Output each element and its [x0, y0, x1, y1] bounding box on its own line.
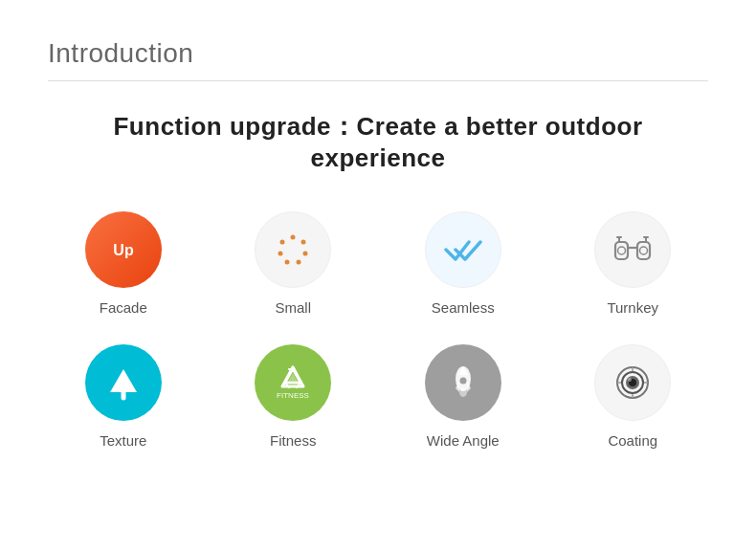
section-title: Introduction	[48, 38, 708, 69]
fitness-icon-circle: FITNESS	[255, 344, 331, 421]
small-icon-circle	[255, 211, 331, 288]
up-arrow-icon	[102, 362, 145, 404]
feature-turnkey: Turnkey	[558, 211, 709, 316]
turnkey-label: Turnkey	[607, 299, 658, 316]
svg-point-26	[459, 378, 466, 385]
svg-point-3	[303, 252, 308, 256]
svg-text:FITNESS: FITNESS	[277, 391, 309, 400]
feature-texture: Texture	[48, 344, 199, 449]
small-label: Small	[275, 299, 311, 316]
svg-point-2	[301, 240, 306, 245]
svg-point-12	[640, 247, 648, 254]
feature-small: Small	[218, 211, 369, 316]
svg-text:Up: Up	[113, 242, 134, 258]
svg-point-1	[291, 235, 296, 240]
seamless-label: Seamless	[432, 299, 495, 316]
svg-point-11	[618, 247, 626, 254]
feature-seamless: Seamless	[388, 211, 539, 316]
fitness-label: Fitness	[270, 432, 316, 449]
wideangle-icon-circle	[425, 344, 501, 421]
svg-point-4	[297, 260, 301, 265]
section-divider	[48, 80, 708, 81]
page-container: Introduction Function upgrade：Create a b…	[0, 0, 756, 487]
feature-facade: Up Facade	[48, 211, 199, 316]
wideangle-label: Wide Angle	[427, 432, 500, 449]
texture-icon-circle	[85, 344, 162, 421]
dots-circle-icon	[272, 229, 314, 271]
seamless-icon-circle	[425, 211, 501, 288]
rocket-icon	[442, 362, 484, 404]
features-grid: Up Facade Small	[48, 211, 708, 449]
up-icon: Up	[102, 229, 145, 271]
recycle-icon: FITNESS	[272, 362, 314, 404]
lens-icon	[611, 362, 654, 404]
facade-icon-circle: Up	[85, 211, 162, 288]
feature-wideangle: Wide Angle	[388, 344, 539, 449]
svg-point-6	[278, 252, 283, 256]
svg-point-32	[628, 378, 632, 382]
svg-point-27	[459, 387, 467, 397]
feature-coating: Coating	[558, 344, 709, 449]
turnkey-icon-circle	[594, 211, 671, 288]
svg-point-7	[280, 240, 285, 245]
headline-text: Function upgrade：Create a better outdoor…	[48, 110, 708, 173]
coating-icon-circle	[594, 344, 671, 421]
double-check-icon	[442, 229, 484, 271]
binoculars-icon	[611, 229, 654, 271]
svg-point-5	[285, 260, 290, 265]
coating-label: Coating	[608, 432, 657, 449]
facade-label: Facade	[100, 299, 147, 316]
feature-fitness: FITNESS Fitness	[218, 344, 369, 449]
texture-label: Texture	[100, 432, 146, 449]
